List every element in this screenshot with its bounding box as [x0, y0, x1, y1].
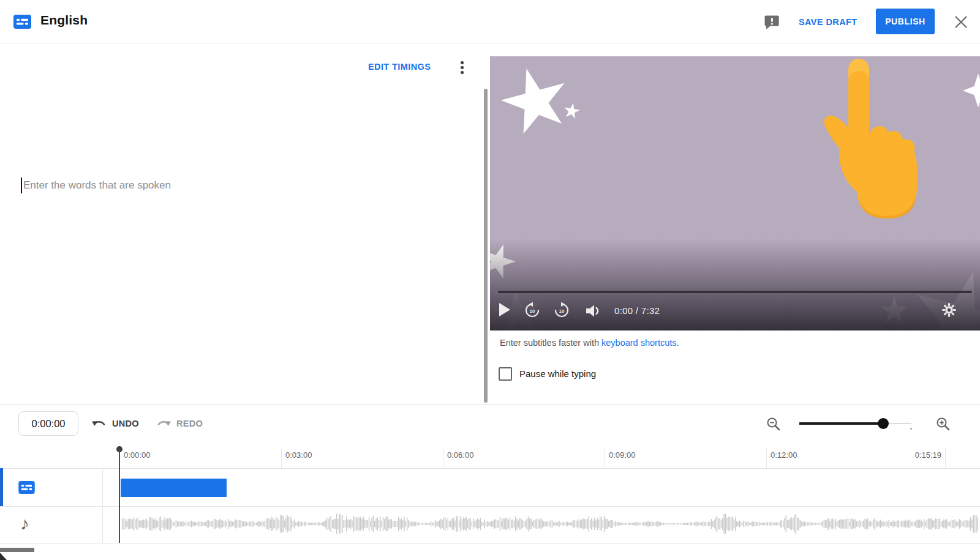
- redo-label: REDO: [176, 419, 203, 428]
- settings-gear-icon[interactable]: [942, 303, 956, 317]
- star-shape: [963, 73, 980, 108]
- timeline-zoom-slider[interactable]: [799, 418, 911, 429]
- ruler-tick: [443, 447, 443, 468]
- publish-button[interactable]: PUBLISH: [876, 9, 935, 34]
- volume-icon[interactable]: [585, 304, 601, 318]
- ruler-label: 0:15:19: [915, 450, 941, 460]
- seek-bar[interactable]: [498, 291, 972, 293]
- section-divider: [0, 404, 980, 405]
- subtitle-editor-app: English SAVE DRAFT PUBLISH EDIT TIMINGS …: [0, 0, 980, 560]
- selected-track-indicator: [0, 468, 3, 506]
- tip-text: Enter subtitles faster with: [500, 338, 601, 348]
- close-icon: [954, 15, 968, 29]
- timecode-input[interactable]: [18, 411, 78, 436]
- keyboard-shortcuts-link[interactable]: keyboard shortcuts: [601, 338, 677, 348]
- redo-button[interactable]: REDO: [156, 419, 203, 428]
- rewind-10-icon[interactable]: 10: [524, 302, 541, 319]
- video-player[interactable]: 10 10 0:00 / 7:32: [490, 56, 980, 330]
- pause-while-typing-label[interactable]: Pause while typing: [519, 368, 596, 379]
- panel-scrollbar[interactable]: [484, 89, 488, 403]
- player-time-display: 0:00 / 7:32: [614, 305, 660, 316]
- audio-waveform: [103, 507, 980, 543]
- subtitle-track-lane[interactable]: [103, 469, 980, 506]
- ruler-tick: [281, 447, 282, 468]
- zoom-in-button[interactable]: [935, 416, 951, 432]
- page-title: English: [40, 13, 88, 28]
- horizontal-scrollbar-thumb[interactable]: [0, 548, 34, 552]
- star-shape: [562, 102, 581, 121]
- svg-text:10: 10: [559, 308, 565, 314]
- shortcuts-tip: Enter subtitles faster with keyboard sho…: [500, 338, 679, 348]
- ruler-label: 0:00:00: [124, 450, 150, 460]
- zoom-out-button[interactable]: [766, 416, 782, 432]
- playhead-line: [119, 449, 120, 543]
- redo-icon: [156, 419, 171, 428]
- app-header: English SAVE DRAFT PUBLISH: [0, 0, 980, 43]
- ruler-label: 0:12:00: [771, 450, 797, 460]
- forward-10-icon[interactable]: 10: [553, 302, 570, 319]
- undo-icon: [92, 419, 107, 428]
- subtitle-text-input[interactable]: Enter the words that are spoken: [0, 80, 478, 398]
- ruler-label: 0:03:00: [285, 450, 312, 460]
- closed-captions-icon: [13, 15, 31, 29]
- ruler-label: 0:09:00: [609, 450, 635, 460]
- subtitle-track-button[interactable]: [18, 481, 35, 494]
- save-draft-button[interactable]: SAVE DRAFT: [799, 17, 858, 27]
- ruler-tick: [766, 447, 767, 468]
- edit-timings-button[interactable]: EDIT TIMINGS: [368, 62, 431, 72]
- more-options-icon[interactable]: [456, 61, 467, 76]
- undo-label: UNDO: [112, 419, 139, 428]
- subtitle-input-placeholder: Enter the words that are spoken: [23, 179, 171, 192]
- svg-text:10: 10: [530, 308, 535, 314]
- feedback-button[interactable]: [764, 15, 780, 30]
- feedback-icon: [764, 15, 780, 30]
- ruler-tick: [605, 447, 605, 468]
- ruler-tick: [945, 447, 946, 468]
- undo-button[interactable]: UNDO: [92, 419, 139, 428]
- close-button[interactable]: [954, 15, 968, 29]
- text-caret: [21, 177, 22, 193]
- timeline-ruler[interactable]: 0:00:000:03:000:06:000:09:000:12:000:15:…: [0, 444, 980, 468]
- divider: [0, 543, 980, 543]
- zoom-out-icon: [766, 416, 782, 432]
- music-note-icon[interactable]: ♪: [20, 513, 29, 534]
- cursor-artifact: [0, 553, 7, 560]
- zoom-in-icon: [935, 416, 951, 432]
- play-icon[interactable]: [499, 303, 510, 316]
- slider-fill: [799, 422, 883, 425]
- ruler-label: 0:06:00: [447, 450, 473, 460]
- subtitle-segment[interactable]: [121, 479, 227, 497]
- audio-track-lane[interactable]: [103, 507, 980, 543]
- pause-while-typing-checkbox[interactable]: [499, 367, 512, 381]
- star-shape: [493, 59, 577, 143]
- slider-thumb[interactable]: [878, 418, 889, 429]
- tip-period: .: [677, 338, 679, 348]
- pointing-up-hand-emoji: [795, 58, 919, 224]
- closed-captions-icon: [18, 481, 35, 494]
